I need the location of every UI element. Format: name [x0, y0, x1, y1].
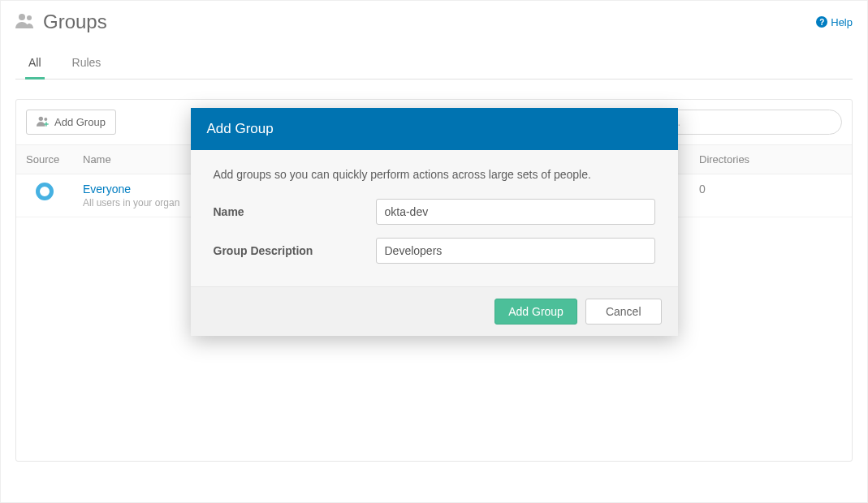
add-group-button[interactable]: Add Group: [26, 110, 116, 135]
svg-point-1: [27, 15, 32, 20]
svg-point-0: [19, 14, 25, 20]
cancel-button[interactable]: Cancel: [585, 299, 662, 325]
col-directories: Directories: [689, 145, 852, 174]
modal-title: Add Group: [191, 108, 678, 150]
add-group-button-label: Add Group: [54, 116, 106, 128]
page: Groups ? Help All Rules: [0, 0, 868, 503]
name-label: Name: [214, 205, 376, 218]
tabs: All Rules: [15, 48, 853, 80]
modal-add-button[interactable]: Add Group: [494, 299, 577, 325]
add-group-modal: Add Group Add groups so you can quickly …: [191, 108, 678, 336]
help-icon: ?: [816, 16, 827, 28]
tab-rules[interactable]: Rules: [69, 48, 105, 79]
svg-point-3: [44, 118, 47, 121]
modal-intro: Add groups so you can quickly perform ac…: [214, 168, 655, 181]
help-link[interactable]: ? Help: [816, 16, 853, 28]
help-label: Help: [831, 16, 853, 28]
tab-all[interactable]: All: [25, 48, 45, 80]
page-header: Groups ? Help: [15, 11, 853, 33]
page-title: Groups: [43, 11, 107, 33]
col-source: Source: [16, 145, 73, 174]
description-label: Group Description: [214, 244, 376, 257]
svg-point-2: [39, 117, 43, 121]
description-field[interactable]: [376, 238, 655, 264]
group-source-icon: [36, 183, 54, 200]
svg-rect-5: [44, 123, 48, 124]
people-add-icon: [37, 115, 50, 129]
group-directories: 0: [689, 174, 852, 217]
people-icon: [15, 12, 35, 32]
name-field[interactable]: [376, 199, 655, 225]
